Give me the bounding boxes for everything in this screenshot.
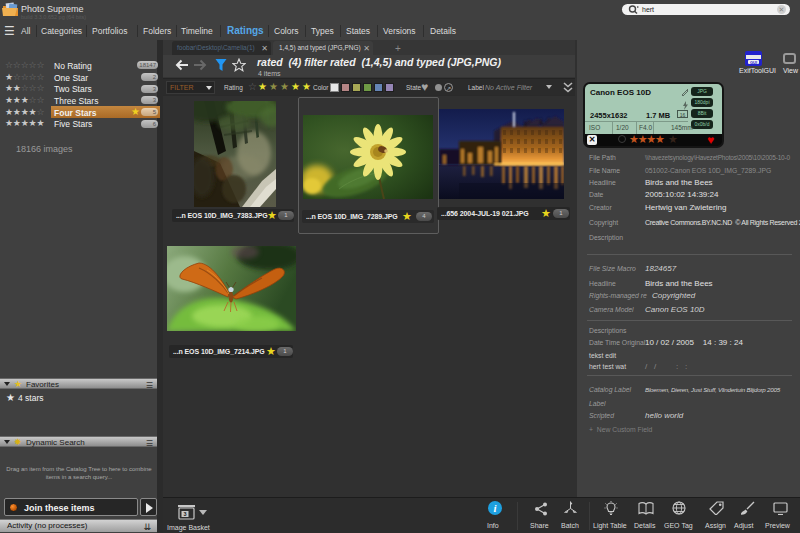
svg-text:3: 3 — [183, 511, 186, 517]
svg-text:GUI: GUI — [750, 60, 757, 65]
